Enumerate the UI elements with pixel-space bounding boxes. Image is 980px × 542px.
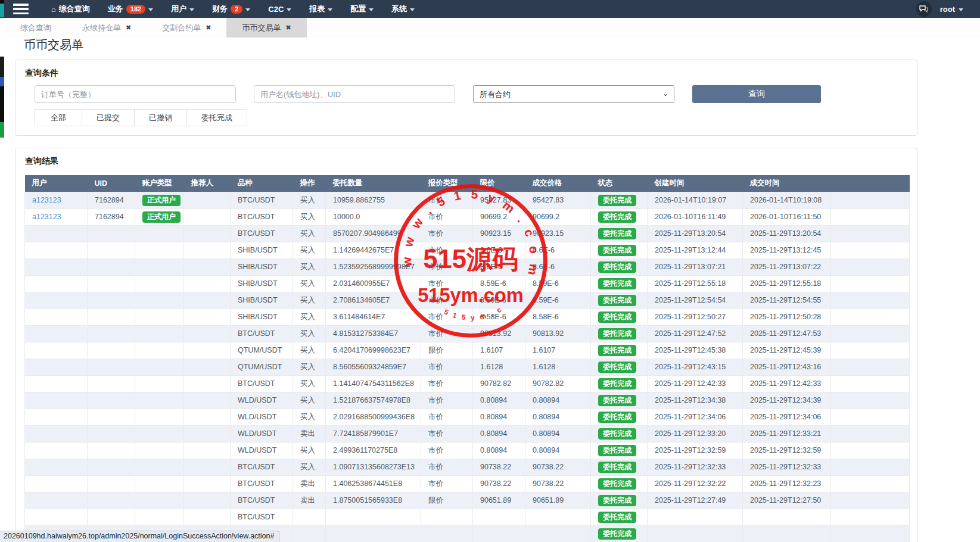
search-button[interactable]: 查询	[692, 85, 821, 103]
status-filter-all[interactable]: 全部	[35, 109, 82, 126]
nav-item-users[interactable]: 用户	[171, 4, 194, 14]
cell-amount: 6.420417069998623E7	[326, 342, 421, 359]
cell-limit_price: 95427.83	[473, 192, 525, 208]
chevron-down-icon	[369, 8, 374, 11]
cell-side: 买入	[293, 242, 326, 258]
cell-referrer	[184, 275, 231, 292]
cell-quote_type: 市价	[421, 359, 473, 375]
nav-item-finance[interactable]: 财务 2	[212, 4, 250, 14]
chat-button[interactable]	[916, 1, 932, 17]
tab-perpetual-positions[interactable]: 永续持仓单 ✖	[67, 18, 147, 38]
cell-user	[25, 442, 88, 459]
status-filter-completed[interactable]: 委托完成	[187, 109, 247, 126]
cell-limit_price: 8.6E-6	[473, 258, 525, 275]
cell-user: a123123	[25, 192, 88, 208]
cell-dealt: 2025-11-29T12:47:53	[743, 325, 831, 342]
cell-created: 2025-11-29T12:45:38	[648, 342, 743, 359]
cell-status: 委托完成	[591, 225, 648, 242]
cell-amount: 1.521876637574978E8	[326, 392, 421, 409]
close-icon[interactable]: ✖	[126, 24, 131, 32]
cell-deal_price: 8.6E-6	[525, 242, 591, 258]
cell-side: 卖出	[293, 425, 326, 442]
cell-quote_type: 限价	[421, 342, 473, 359]
close-icon[interactable]: ✖	[206, 24, 211, 32]
cell-amount: 1.14269442675E7	[326, 242, 421, 258]
cell-user	[25, 509, 88, 525]
cell-side: 卖出	[293, 492, 326, 509]
cell-created: 2025-11-29T13:07:21	[648, 258, 743, 275]
cell-side: 买入	[293, 192, 326, 208]
table-row: SHIB/USDT买入1.14269442675E7市价8.6E-68.6E-6…	[25, 242, 910, 258]
nav-item-config[interactable]: 配置	[350, 4, 374, 14]
status-badge: 委托完成	[598, 195, 636, 206]
cell-quote_type: 市价	[421, 192, 473, 208]
cell-symbol: QTUM/USDT	[231, 342, 293, 359]
cell-blank	[831, 258, 910, 275]
cell-deal_price: 90813.92	[525, 325, 591, 342]
cell-quote_type: 市价	[421, 459, 473, 475]
nav-item-c2c[interactable]: C2C	[268, 5, 291, 14]
nav-item-dashboard[interactable]: ⌂ 综合查询	[51, 4, 90, 14]
cell-account_type	[135, 459, 184, 475]
cell-limit_price: 90813.92	[473, 325, 525, 342]
cell-user	[25, 359, 88, 375]
cell-uid	[88, 359, 135, 375]
tab-delivery-contracts[interactable]: 交割合约单 ✖	[147, 18, 226, 38]
cell-created: 2025-11-29T12:43:15	[648, 359, 743, 375]
close-icon[interactable]: ✖	[285, 24, 291, 32]
cell-status: 委托完成	[591, 192, 648, 208]
cell-blank	[831, 425, 910, 442]
cell-symbol: BTC/USDT	[231, 192, 293, 208]
cell-symbol: BTC/USDT	[231, 459, 293, 475]
cell-referrer	[184, 325, 231, 342]
cell-created: 2025-11-29T12:34:38	[648, 392, 743, 409]
cell-quote_type: 市价	[421, 225, 473, 242]
cell-status: 委托完成	[591, 292, 648, 309]
cell-account_type	[135, 375, 184, 392]
cell-status: 委托完成	[591, 459, 648, 475]
cell-limit_price: 90738.22	[473, 475, 525, 492]
tab-spot-orders[interactable]: 币币交易单 ✖	[226, 18, 306, 38]
cell-user	[25, 325, 88, 342]
user-search-input[interactable]	[254, 85, 455, 103]
cell-symbol: BTC/USDT	[231, 208, 293, 225]
cell-referrer	[184, 359, 231, 375]
cell-quote_type: 市价	[421, 309, 473, 325]
table-row: BTC/USDT买入1.090713135608273E13市价90738.22…	[25, 459, 910, 475]
cell-account_type	[135, 409, 184, 425]
cell-dealt: 2025-11-29T13:12:45	[743, 242, 831, 258]
nav-item-reports[interactable]: 报表	[309, 4, 332, 14]
contract-select[interactable]: 所有合约	[473, 85, 674, 103]
cell-symbol: SHIB/USDT	[231, 309, 293, 325]
cell-deal_price: 8.58E-6	[525, 309, 591, 325]
status-filter-submitted[interactable]: 已提交	[82, 109, 135, 126]
cell-limit_price: 90923.15	[473, 225, 525, 242]
hamburger-menu-icon[interactable]	[13, 4, 29, 14]
cell-created: 2025-11-29T12:55:18	[648, 275, 743, 292]
status-badge: 委托完成	[598, 345, 636, 356]
cell-dealt: 2025-11-29T12:34:39	[743, 392, 831, 409]
user-link[interactable]: a123123	[32, 196, 61, 204]
cell-created: 2025-11-29T12:32:59	[648, 442, 743, 459]
cell-user	[25, 392, 88, 409]
cell-deal_price: 8.59E-6	[525, 292, 591, 309]
cell-dealt: 2025-11-29T12:42:33	[743, 375, 831, 392]
table-row: BTC/USDT委托完成	[25, 509, 910, 525]
cell-account_type	[135, 509, 184, 525]
status-filter-cancelled[interactable]: 已撤销	[135, 109, 187, 126]
cell-uid	[88, 342, 135, 359]
cell-limit_price: 0.80894	[473, 425, 525, 442]
nav-item-system[interactable]: 系统	[391, 4, 415, 14]
order-number-input[interactable]	[35, 85, 236, 103]
tab-summary-query[interactable]: 综合查询	[5, 18, 67, 38]
cell-status: 委托完成	[591, 409, 648, 425]
nav-item-business[interactable]: 业务 182	[108, 4, 153, 14]
cell-symbol: BTC/USDT	[231, 325, 293, 342]
orders-table-body: a1231237162894正式用户BTC/USDT买入10959.886275…	[25, 192, 910, 542]
cell-referrer	[184, 392, 231, 409]
user-link[interactable]: a123123	[32, 213, 61, 221]
cell-limit_price	[473, 509, 525, 525]
table-row: SHIB/USDT买入2.0314600955E7市价8.59E-68.59E-…	[25, 275, 910, 292]
cell-account_type	[135, 442, 184, 459]
user-menu[interactable]: root	[940, 5, 963, 14]
